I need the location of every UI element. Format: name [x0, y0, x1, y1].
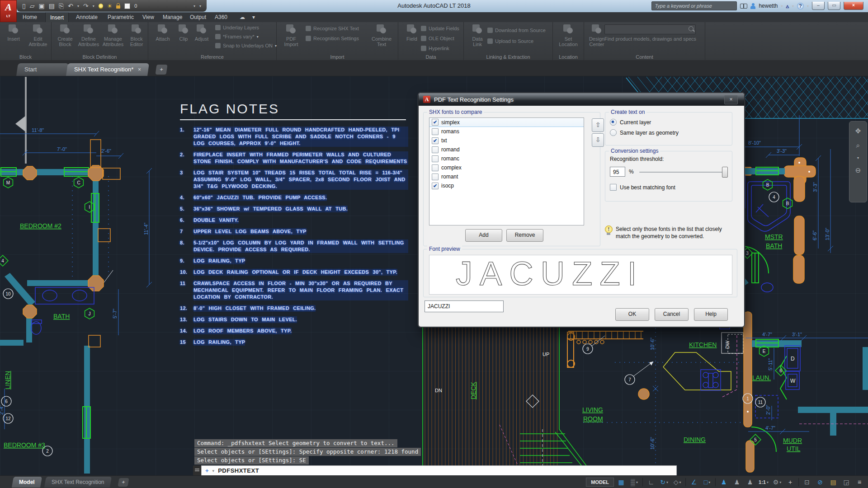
layer-thaw-icon[interactable]: ☀ — [107, 3, 113, 9]
search-icon[interactable] — [740, 4, 747, 8]
radio-icon[interactable] — [610, 119, 617, 126]
redo-icon[interactable]: ↷ — [83, 3, 89, 9]
download-from-source-button[interactable]: Download from Source — [487, 28, 546, 33]
flag-note-item[interactable]: 12.8'-0" HIGH CLOSET WITH FRAMED CEILING… — [180, 305, 408, 312]
checkbox-icon[interactable] — [610, 184, 617, 191]
help-chevron-icon[interactable]: ▾ — [807, 4, 809, 8]
threshold-slider-handle[interactable] — [722, 167, 728, 178]
tab-output[interactable]: Output — [185, 12, 211, 22]
checkbox-icon[interactable] — [432, 128, 439, 135]
panel-label-location[interactable]: Location — [553, 54, 584, 60]
layout-tab-model[interactable]: Model — [12, 477, 42, 488]
redo-chevron-icon[interactable]: ▾ — [93, 4, 94, 8]
snap-icon[interactable]: ▒▾ — [628, 477, 640, 487]
flag-note-item[interactable]: 11CRAWLSPACE ACCESS IN FLOOR - MIN 30"x3… — [180, 280, 408, 300]
layer-lock-icon[interactable] — [116, 5, 120, 9]
tab-parametric[interactable]: Parametric — [103, 12, 138, 22]
layout-tab-shx[interactable]: SHX Text Recognition — [44, 477, 112, 488]
recognition-settings-button[interactable]: Recognition Settings — [306, 36, 359, 41]
current-layer-radio[interactable]: Current layer — [610, 119, 679, 126]
autoscale-icon[interactable]: ♟ — [731, 477, 743, 487]
menu-icon[interactable]: ≡ — [854, 477, 865, 487]
command-input[interactable]: + ▾ PDFSHXTEXT — [201, 465, 677, 476]
best-matching-font-checkbox[interactable]: Use best matching font — [610, 184, 675, 191]
new-layout-button[interactable]: + — [118, 478, 129, 487]
command-bar[interactable]: + ▾ PDFSHXTEXT — [193, 465, 677, 476]
ortho-icon[interactable]: ∟ — [645, 477, 657, 487]
close-button[interactable]: × — [844, 2, 863, 10]
upload-to-source-button[interactable]: Upload to Source — [487, 38, 533, 44]
polar-tracking-icon[interactable]: ↻▾ — [658, 477, 670, 487]
checkbox-icon[interactable] — [432, 174, 439, 180]
tab-annotate[interactable]: Annotate — [71, 12, 102, 22]
isodraft-icon[interactable]: ◇▾ — [671, 477, 683, 487]
annotation-settings-icon[interactable]: ⚙▾ — [771, 477, 783, 487]
threshold-input[interactable]: 95 — [610, 167, 625, 177]
app-logo[interactable]: ALT — [0, 0, 17, 22]
shx-fonts-list[interactable]: ✔simplexromans✔txtromandromanccomplexrom… — [429, 117, 584, 225]
pan-icon[interactable]: ✥ — [855, 127, 861, 135]
panel-label-block-definition[interactable]: Block Definition — [52, 54, 148, 60]
flag-note-item[interactable]: 8.5-1/2"x10" LOG COLUMN BY LOG YARD IN F… — [180, 239, 408, 253]
scale-value[interactable]: 1:1▾ — [757, 477, 770, 487]
username[interactable]: hewetth — [759, 3, 778, 9]
tab-a360[interactable]: A360 — [210, 12, 232, 22]
flag-note-item[interactable]: 6.DOUBLE VANITY. — [180, 217, 408, 224]
tab-home[interactable]: Home — [18, 12, 42, 22]
recent-commands-icon[interactable]: ▾ — [212, 469, 215, 473]
font-list-item-romant[interactable]: romant — [429, 172, 584, 181]
layer-color-swatch[interactable] — [124, 3, 130, 9]
flag-note-item[interactable]: 2.FIREPLACE INSERT WITH FRAMED PERIMETER… — [180, 151, 408, 165]
flag-note-item[interactable]: 9.LOG RAILING, TYP — [180, 258, 408, 264]
field-button[interactable]: Field — [400, 23, 424, 42]
snap-to-underlays-button[interactable]: Snap to Underlays ON▾ — [215, 43, 277, 48]
adjust-button[interactable]: Adjust — [190, 23, 213, 42]
panel-label-data[interactable]: Data — [398, 54, 463, 60]
file-tab-start[interactable]: Start — [16, 63, 69, 76]
workspace-icon[interactable]: ▤ — [827, 477, 839, 487]
object-snap-icon[interactable]: □▾ — [701, 477, 713, 487]
help-search-input[interactable]: Type a keyword or phrase — [651, 1, 737, 10]
create-block-button[interactable]: Create Block — [53, 23, 77, 47]
font-list-item-txt[interactable]: ✔txt — [429, 136, 584, 145]
attach-button[interactable]: Attach — [151, 23, 175, 42]
qat-customize-icon[interactable]: ▾ — [199, 4, 201, 8]
help-button[interactable]: Help — [694, 308, 728, 321]
dialog-close-button[interactable]: × — [724, 95, 738, 104]
update-fields-button[interactable]: Update Fields — [421, 26, 459, 31]
customize-plus-icon[interactable]: + — [784, 477, 796, 487]
panel-label-reference[interactable]: Reference — [148, 54, 276, 60]
block-editor-button[interactable]: Block Editor — [125, 23, 148, 47]
remove-font-button[interactable]: Remove — [506, 229, 543, 242]
collapse-icon[interactable]: ⊖ — [855, 166, 861, 174]
flag-note-item[interactable]: 10.LOG DECK RAILING OPTIONAL OR IF DECK … — [180, 269, 408, 276]
flag-note-item[interactable]: 15LOG RAILING, TYP — [180, 339, 408, 346]
panel-label-import[interactable]: Import — [277, 54, 398, 60]
content-search-input[interactable] — [604, 24, 696, 34]
ok-button[interactable]: OK — [615, 308, 649, 321]
threshold-slider[interactable] — [639, 172, 727, 173]
insert-button[interactable]: Insert — [2, 23, 25, 42]
ole-object-button[interactable]: OLE Object — [421, 36, 454, 41]
underlay-layers-button[interactable]: Underlay Layers — [215, 25, 259, 30]
checkbox-icon[interactable] — [432, 155, 439, 162]
flag-note-item[interactable]: 14.LOG ROOF MEMBERS ABOVE, TYP. — [180, 328, 408, 334]
hardware-accel-icon[interactable]: ⊘ — [814, 477, 826, 487]
minimize-button[interactable]: – — [812, 2, 825, 10]
grid-icon[interactable]: ▦ — [615, 477, 627, 487]
pdf-import-button[interactable]: PDF Import — [279, 23, 303, 47]
help-icon[interactable]: ? — [797, 3, 804, 9]
checkbox-icon[interactable] — [432, 146, 439, 153]
tab-view[interactable]: View — [138, 12, 159, 22]
new-drawing-tab-button[interactable]: + — [155, 65, 167, 75]
undo-chevron-icon[interactable]: ▾ — [77, 4, 79, 8]
font-list-item-romanc[interactable]: romanc — [429, 154, 584, 163]
undo-icon[interactable]: ↶ — [68, 3, 73, 9]
file-tab-shx-recognition[interactable]: SHX Text Recognition*× — [66, 63, 149, 76]
flag-note-item[interactable]: 7UPPER LEVEL LOG BEAMS ABOVE, TYP — [180, 228, 408, 235]
annotation-visibility-icon[interactable]: ♟ — [718, 477, 730, 487]
hyperlink-button[interactable]: Hyperlink — [421, 46, 449, 51]
object-snap-tracking-icon[interactable]: ∠ — [688, 477, 700, 487]
same-layer-radio[interactable]: Same layer as geometry — [610, 129, 679, 136]
save-icon[interactable]: ▣ — [39, 3, 45, 9]
